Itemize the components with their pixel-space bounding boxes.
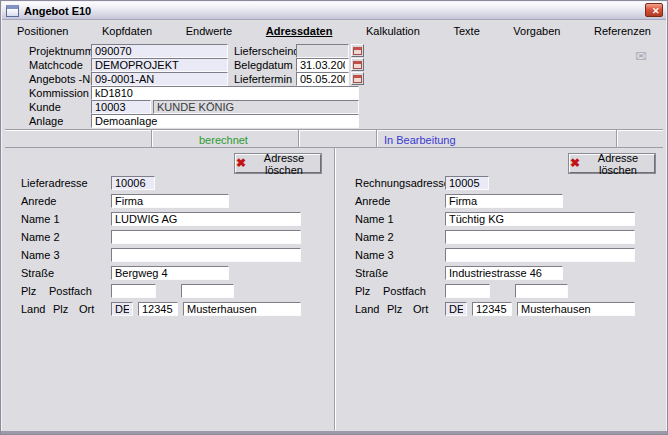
kommission-field[interactable]	[91, 86, 359, 100]
name3-field[interactable]	[445, 248, 635, 262]
tab-vorgaben[interactable]: Vorgaben	[513, 25, 560, 40]
app-window: Angebot E10 ✕ Positionen Kopfdaten Endwe…	[0, 0, 668, 435]
name2-label: Name 2	[21, 231, 60, 243]
plz-label: Plz	[21, 285, 36, 297]
window-form-icon	[6, 5, 19, 17]
kunde-name-display	[153, 100, 359, 114]
name3-label: Name 3	[21, 249, 60, 261]
matchcode-label: Matchcode	[29, 59, 83, 71]
title-bar: Angebot E10	[2, 2, 666, 20]
lieferscheindatum-label: Lieferscheind.	[234, 45, 303, 57]
delete-lieferadresse-button[interactable]: ✖ Adresse löschen	[235, 154, 321, 173]
kunde-label: Kunde	[29, 101, 61, 113]
delete-button-label: Adresse löschen	[248, 152, 320, 176]
status-in-bearbeitung: In Bearbeitung	[384, 134, 456, 146]
tab-kalkulation[interactable]: Kalkulation	[366, 25, 420, 40]
plz-label: Plz	[387, 303, 402, 315]
rechnungsadresse-nummer-field[interactable]	[445, 176, 489, 190]
name2-field[interactable]	[445, 230, 635, 244]
postfach-label: Postfach	[383, 285, 426, 297]
land-field[interactable]	[445, 302, 467, 316]
ort-label: Ort	[79, 303, 94, 315]
name3-label: Name 3	[355, 249, 394, 261]
plz-field[interactable]	[472, 302, 512, 316]
belegdatum-field[interactable]	[296, 58, 349, 72]
liefertermin-calendar-button[interactable]	[351, 72, 364, 85]
rechnungsadresse-label: Rechnungsadresse	[355, 177, 450, 189]
close-button[interactable]: ✕	[645, 3, 663, 17]
tab-referenzen[interactable]: Referenzen	[594, 25, 651, 40]
liefertermin-field[interactable]	[296, 72, 349, 86]
liefertermin-label: Liefertermin	[234, 73, 292, 85]
plz-label: Plz	[355, 285, 370, 297]
mail-icon: ✉	[635, 48, 647, 64]
red-x-icon: ✖	[236, 158, 246, 169]
tab-adressdaten[interactable]: Adressdaten	[266, 25, 333, 40]
status-separator	[298, 130, 300, 147]
window-title: Angebot E10	[24, 5, 91, 17]
postfach-field[interactable]	[515, 284, 568, 298]
plz-label: Plz	[53, 303, 68, 315]
anrede-label: Anrede	[21, 195, 56, 207]
tab-positionen[interactable]: Positionen	[17, 25, 68, 40]
status-separator	[616, 130, 618, 147]
status-separator	[151, 130, 153, 147]
angebots-nr-label: Angebots -Nr.	[29, 73, 96, 85]
name2-label: Name 2	[355, 231, 394, 243]
tab-texte[interactable]: Texte	[453, 25, 479, 40]
name1-field[interactable]	[445, 212, 635, 226]
tab-bar: Positionen Kopfdaten Endwerte Adressdate…	[17, 25, 651, 40]
belegdatum-calendar-button[interactable]	[351, 58, 364, 71]
lieferscheindatum-field	[296, 44, 349, 58]
name3-field[interactable]	[111, 248, 301, 262]
ort-field[interactable]	[517, 302, 635, 316]
land-label: Land	[355, 303, 379, 315]
matchcode-field[interactable]	[91, 58, 228, 72]
lieferadresse-panel: ✖ Adresse löschen Lieferadresse Anrede N…	[1, 148, 335, 430]
calendar-icon	[353, 47, 362, 55]
lieferscheindatum-calendar-button[interactable]	[351, 44, 364, 57]
postfach-field[interactable]	[181, 284, 234, 298]
anlage-label: Anlage	[29, 115, 63, 127]
name1-label: Name 1	[21, 213, 60, 225]
red-x-icon: ✖	[570, 158, 580, 169]
anrede-field[interactable]	[111, 194, 229, 208]
name2-field[interactable]	[111, 230, 301, 244]
strasse-field[interactable]	[445, 266, 563, 280]
tab-endwerte[interactable]: Endwerte	[186, 25, 232, 40]
plz-postfach-field[interactable]	[445, 284, 490, 298]
strasse-field[interactable]	[111, 266, 229, 280]
calendar-icon	[353, 61, 362, 69]
postfach-label: Postfach	[49, 285, 92, 297]
tab-kopfdaten[interactable]: Kopfdaten	[102, 25, 152, 40]
kunde-nummer-field[interactable]	[91, 100, 151, 114]
belegdatum-label: Belegdatum	[234, 59, 293, 71]
land-field[interactable]	[111, 302, 133, 316]
status-berechnet: berechnet	[199, 134, 248, 146]
status-separator	[376, 130, 378, 147]
name1-label: Name 1	[355, 213, 394, 225]
ort-label: Ort	[413, 303, 428, 315]
anlage-field[interactable]	[91, 114, 359, 128]
plz-postfach-field[interactable]	[111, 284, 156, 298]
status-bar: berechnet In Bearbeitung	[5, 129, 663, 148]
ort-field[interactable]	[183, 302, 301, 316]
land-label: Land	[21, 303, 45, 315]
angebots-nr-field[interactable]	[91, 72, 228, 86]
strasse-label: Straße	[21, 267, 54, 279]
rechnungsadresse-panel: ✖ Adresse löschen Rechnungsadresse Anred…	[335, 148, 668, 430]
anrede-field[interactable]	[445, 194, 563, 208]
calendar-icon	[353, 75, 362, 83]
kommission-label: Kommission	[29, 87, 89, 99]
lieferadresse-label: Lieferadresse	[21, 177, 88, 189]
delete-button-label: Adresse löschen	[582, 152, 654, 176]
delete-rechnungsadresse-button[interactable]: ✖ Adresse löschen	[569, 154, 655, 173]
name1-field[interactable]	[111, 212, 301, 226]
projektnummer-field[interactable]	[91, 44, 228, 58]
anrede-label: Anrede	[355, 195, 390, 207]
lieferadresse-nummer-field[interactable]	[111, 176, 155, 190]
strasse-label: Straße	[355, 267, 388, 279]
plz-field[interactable]	[138, 302, 178, 316]
